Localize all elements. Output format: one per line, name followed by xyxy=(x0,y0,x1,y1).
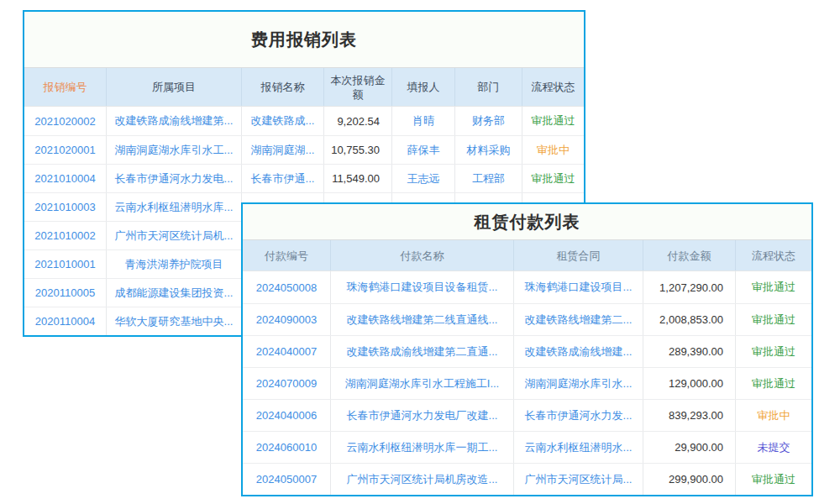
payment-id-link[interactable]: 2024050007 xyxy=(243,464,330,495)
payment-id-link[interactable]: 2024090003 xyxy=(243,304,330,335)
payment-name-link[interactable]: 广州市天河区统计局机房改造... xyxy=(330,464,513,495)
expense-project-link[interactable]: 云南水利枢纽潜明水库... xyxy=(106,193,241,221)
column-header: 部门 xyxy=(454,68,522,106)
expense-name-link[interactable]: 改建铁路成... xyxy=(241,107,323,135)
payment-status-badge: 审批通过 xyxy=(735,368,811,399)
payment-amount: 29,900.00 xyxy=(643,432,735,463)
expense-reporter-link[interactable]: 王志远 xyxy=(391,165,454,192)
expense-table-title: 费用报销列表 xyxy=(24,12,584,67)
payment-status-badge: 审批中 xyxy=(735,400,811,431)
payment-name-link[interactable]: 湖南洞庭湖水库引水工程施工I... xyxy=(330,368,513,399)
payment-amount: 2,008,853.00 xyxy=(643,304,735,335)
column-header: 流程状态 xyxy=(735,240,811,270)
payment-status-badge: 审批通过 xyxy=(735,464,811,495)
payment-status-badge: 未提交 xyxy=(735,432,811,463)
expense-project-link[interactable]: 湖南洞庭湖水库引水工... xyxy=(106,136,241,164)
column-header: 付款金额 xyxy=(643,240,735,270)
payment-name-link[interactable]: 云南水利枢纽潜明水库一期工... xyxy=(330,432,513,463)
expense-name-link[interactable]: 湖南洞庭湖... xyxy=(241,136,323,164)
payment-id-link[interactable]: 2024040006 xyxy=(243,400,330,431)
expense-id-link[interactable]: 2021020002 xyxy=(24,107,106,135)
column-header: 付款编号 xyxy=(243,240,330,270)
table-row: 2024040006长春市伊通河水力发电厂改建...长春市伊通河水力发...83… xyxy=(243,399,811,431)
expense-id-link[interactable]: 2021010004 xyxy=(24,165,106,192)
column-header: 填报人 xyxy=(391,68,454,106)
lease-contract-link[interactable]: 长春市伊通河水力发... xyxy=(513,400,643,431)
expense-project-link[interactable]: 华软大厦研究基地中央... xyxy=(106,307,241,335)
expense-department-link[interactable]: 材料采购 xyxy=(454,136,522,164)
payment-name-link[interactable]: 改建铁路成渝线增建第二直通... xyxy=(330,336,513,367)
expense-project-link[interactable]: 青海洪湖养护院项目 xyxy=(106,250,241,278)
table-row: 2024070009湖南洞庭湖水库引水工程施工I...湖南洞庭湖水库引水...1… xyxy=(243,367,811,399)
expense-reporter-link[interactable]: 薛保丰 xyxy=(391,136,454,164)
expense-project-link[interactable]: 改建铁路成渝线增建第... xyxy=(106,107,241,135)
expense-amount: 11,549.00 xyxy=(323,165,391,192)
page: 费用报销列表 报销编号所属项目报销名称本次报销金额填报人部门流程状态 20210… xyxy=(0,0,840,504)
column-header: 租赁合同 xyxy=(513,240,643,270)
column-header: 报销编号 xyxy=(24,68,106,106)
payment-id-link[interactable]: 2024060010 xyxy=(243,432,330,463)
lease-contract-link[interactable]: 珠海鹤港口建设项目... xyxy=(513,271,643,303)
expense-id-link[interactable]: 2021010002 xyxy=(24,222,106,249)
lease-contract-link[interactable]: 广州市天河区统计局... xyxy=(513,464,643,495)
payment-amount: 299,900.00 xyxy=(643,464,735,495)
payment-table-header-row: 付款编号付款名称租赁合同付款金额流程状态 xyxy=(243,239,811,271)
column-header: 本次报销金额 xyxy=(323,68,391,106)
payment-id-link[interactable]: 2024070009 xyxy=(243,368,330,399)
payment-id-link[interactable]: 2024050008 xyxy=(243,271,330,303)
expense-table-header-row: 报销编号所属项目报销名称本次报销金额填报人部门流程状态 xyxy=(24,67,584,107)
expense-amount: 10,755.30 xyxy=(323,136,391,164)
payment-amount: 1,207,290.00 xyxy=(643,271,735,303)
expense-department-link[interactable]: 财务部 xyxy=(454,107,522,135)
payment-name-link[interactable]: 长春市伊通河水力发电厂改建... xyxy=(330,400,513,431)
payment-table-card: 租赁付款列表 付款编号付款名称租赁合同付款金额流程状态 2024050008珠海… xyxy=(241,202,813,496)
payment-amount: 839,293.00 xyxy=(643,400,735,431)
payment-status-badge: 审批通过 xyxy=(735,271,811,303)
lease-contract-link[interactable]: 湖南洞庭湖水库引水... xyxy=(513,368,643,399)
table-row: 2024050008珠海鹤港口建设项目设备租赁...珠海鹤港口建设项目...1,… xyxy=(243,271,811,303)
table-row: 2021010004长春市伊通河水力发电...长春市伊通...11,549.00… xyxy=(24,164,584,192)
table-row: 2024090003改建铁路线增建第二线直通线...改建铁路线增建第二...2,… xyxy=(243,303,811,335)
payment-amount: 129,000.00 xyxy=(643,368,735,399)
column-header: 付款名称 xyxy=(330,240,513,270)
table-row: 2024040007改建铁路成渝线增建第二直通...改建铁路成渝线增建...28… xyxy=(243,335,811,367)
lease-contract-link[interactable]: 云南水利枢纽潜明水... xyxy=(513,432,643,463)
table-row: 2021020002改建铁路成渝线增建第...改建铁路成...9,202.54肖… xyxy=(24,107,584,135)
expense-department-link[interactable]: 工程部 xyxy=(454,165,522,192)
expense-amount: 9,202.54 xyxy=(323,107,391,135)
expense-status-badge: 审批中 xyxy=(522,136,584,164)
payment-name-link[interactable]: 改建铁路线增建第二线直通线... xyxy=(330,304,513,335)
payment-table-body: 2024050008珠海鹤港口建设项目设备租赁...珠海鹤港口建设项目...1,… xyxy=(243,271,811,495)
expense-id-link[interactable]: 2020110004 xyxy=(24,307,106,335)
expense-project-link[interactable]: 长春市伊通河水力发电... xyxy=(106,165,241,192)
expense-status-badge: 审批通过 xyxy=(522,107,584,135)
payment-status-badge: 审批通过 xyxy=(735,304,811,335)
payment-table-title: 租赁付款列表 xyxy=(243,204,811,239)
column-header: 报销名称 xyxy=(241,68,323,106)
column-header: 所属项目 xyxy=(106,68,241,106)
table-row: 2024060010云南水利枢纽潜明水库一期工...云南水利枢纽潜明水...29… xyxy=(243,431,811,463)
lease-contract-link[interactable]: 改建铁路线增建第二... xyxy=(513,304,643,335)
expense-project-link[interactable]: 广州市天河区统计局机... xyxy=(106,222,241,249)
expense-reporter-link[interactable]: 肖晴 xyxy=(391,107,454,135)
payment-name-link[interactable]: 珠海鹤港口建设项目设备租赁... xyxy=(330,271,513,303)
payment-status-badge: 审批通过 xyxy=(735,336,811,367)
table-row: 2024050007广州市天河区统计局机房改造...广州市天河区统计局...29… xyxy=(243,463,811,495)
table-row: 2021020001湖南洞庭湖水库引水工...湖南洞庭湖...10,755.30… xyxy=(24,135,584,164)
expense-project-link[interactable]: 成都能源建设集团投资... xyxy=(106,279,241,307)
expense-id-link[interactable]: 2020110005 xyxy=(24,279,106,307)
column-header: 流程状态 xyxy=(522,68,584,106)
expense-name-link[interactable]: 长春市伊通... xyxy=(241,165,323,192)
expense-id-link[interactable]: 2021010001 xyxy=(24,250,106,278)
expense-id-link[interactable]: 2021010003 xyxy=(24,193,106,221)
payment-amount: 289,390.00 xyxy=(643,336,735,367)
lease-contract-link[interactable]: 改建铁路成渝线增建... xyxy=(513,336,643,367)
payment-id-link[interactable]: 2024040007 xyxy=(243,336,330,367)
expense-status-badge: 审批通过 xyxy=(522,165,584,192)
expense-id-link[interactable]: 2021020001 xyxy=(24,136,106,164)
